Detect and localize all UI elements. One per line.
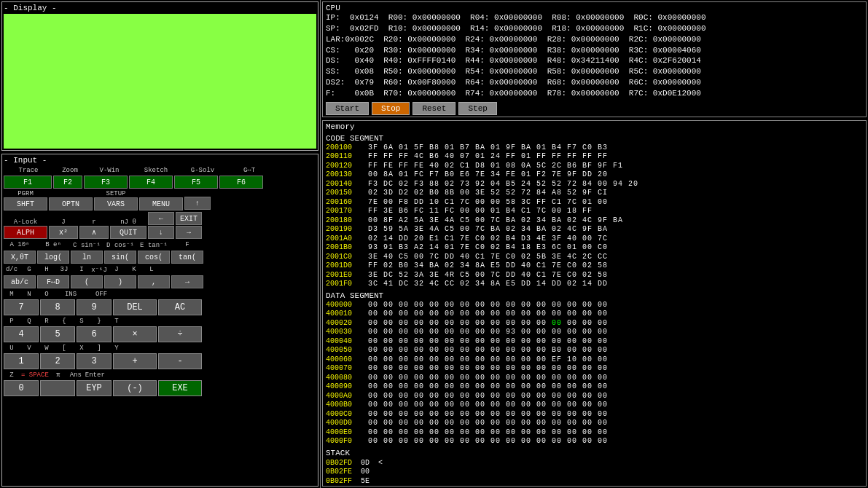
memory-section: Memory CODE SEGMENT 2001003F 6A 01 5F B8… — [322, 120, 867, 487]
f4-key[interactable]: F4 — [129, 176, 173, 189]
key-8[interactable]: 8 — [40, 299, 75, 315]
key-4[interactable]: 4 — [4, 326, 39, 342]
left-key[interactable]: ← — [148, 212, 174, 225]
step-button[interactable]: Step — [458, 102, 496, 115]
up-key[interactable]: ↑ — [184, 197, 211, 210]
add-top-labels: U V W [ X ] Y — [4, 345, 316, 352]
vwin-label: V-Win — [87, 167, 132, 174]
eyp-label-key[interactable] — [40, 380, 75, 396]
f2-key[interactable]: F2 — [53, 176, 82, 189]
rparen-key[interactable]: ) — [104, 275, 136, 288]
eyp-key[interactable]: EYP — [77, 380, 112, 396]
log-key[interactable]: log( — [37, 251, 69, 264]
ds2-line: DS2: 0x79 R60: 0x00F80000 R64: 0x0000000… — [326, 78, 701, 87]
quit-key[interactable]: QUIT — [110, 226, 146, 239]
r-label: r — [92, 219, 95, 226]
input-label: - Input - — [4, 156, 316, 165]
cpu-section: CPU IP: 0x0124 R00: 0x00000000 R04: 0x00… — [322, 1, 867, 117]
f1-key[interactable]: F1 — [4, 176, 52, 189]
f3-key[interactable]: F3 — [84, 176, 128, 189]
f-line: F: 0x0B R70: 0x00000000 R74: 0x00000000 … — [326, 89, 701, 98]
zoom-label: Zoom — [55, 167, 85, 174]
sp-line: SP: 0x02FD R10: 0x00000000 R14: 0x000000… — [326, 24, 706, 33]
cpu-title: CPU — [326, 4, 340, 12]
num0-row: 0 EYP (-) EXE — [4, 380, 316, 396]
trig-top-labels: A 10ⁿ B eⁿ C sin⁻¹ D cos⁻¹ E tan⁻¹ F — [4, 241, 316, 249]
mult-top-labels: P Q R { S } T — [4, 318, 316, 325]
arrow-key[interactable]: → — [171, 275, 203, 288]
zero-top-labels: Z = SPACE π Ans Enter — [4, 371, 316, 379]
key-1[interactable]: 1 — [4, 353, 39, 369]
gsolv-label: G-Solv — [180, 167, 225, 174]
exit-key[interactable]: EXIT — [176, 212, 202, 225]
div-key[interactable]: ÷ — [158, 326, 202, 342]
fn-row: F1 F2 F3 F4 F5 F6 — [4, 176, 316, 189]
key-0[interactable]: 0 — [4, 380, 39, 396]
num123-row: 1 2 3 + - — [4, 353, 316, 369]
shft-key[interactable]: SHFT — [4, 197, 47, 210]
wedge-key[interactable]: ∧ — [79, 226, 109, 239]
xthetat-key[interactable]: X,θT — [4, 251, 36, 264]
reset-button[interactable]: Reset — [413, 102, 455, 115]
shft-row: PGRM SHFT OPTN SETUP VARS MENU ↑ — [4, 190, 316, 210]
code-memory-lines: 2001003F 6A 01 5F B8 01 B7 BA 01 9F BA 0… — [326, 143, 863, 289]
del-top-labels: M N O INS OFF — [4, 291, 316, 298]
exe-key[interactable]: EXE — [158, 380, 202, 396]
stop-button[interactable]: Stop — [372, 102, 410, 115]
ip-line: IP: 0x0124 R00: 0x00000000 R04: 0x000000… — [326, 13, 706, 22]
display-label: - Display - — [4, 4, 316, 12]
key-layout: Trace Zoom V-Win Sketch G-Solv G↔T F1 F2… — [4, 167, 316, 396]
key-5[interactable]: 5 — [40, 326, 75, 342]
key-3[interactable]: 3 — [77, 353, 112, 369]
pgrm-label: PGRM — [17, 190, 34, 197]
key-6[interactable]: 6 — [77, 326, 112, 342]
display-section: - Display - — [1, 1, 318, 151]
ln-key[interactable]: ln — [71, 251, 103, 264]
alph-key[interactable]: ALPH — [4, 226, 47, 239]
del-key[interactable]: DEL — [113, 299, 157, 315]
stack-label: STACK — [326, 449, 863, 457]
f6-key[interactable]: F6 — [219, 176, 263, 189]
key-9[interactable]: 9 — [77, 299, 112, 315]
ftodfrom-key[interactable]: F↔D — [37, 275, 69, 288]
trig-row: X,θT log( ln sin( cos( tan( — [4, 251, 316, 264]
mul-key[interactable]: × — [113, 326, 157, 342]
menu-key[interactable]: MENU — [139, 197, 183, 210]
comma-key[interactable]: , — [138, 275, 170, 288]
start-button[interactable]: Start — [326, 102, 369, 115]
trace-label: Trace — [4, 167, 53, 174]
cos-key[interactable]: cos( — [138, 251, 170, 264]
abdc-key[interactable]: ab/c — [4, 275, 36, 288]
ds-line: DS: 0x40 R40: 0xFFFF0140 R44: 0x00000000… — [326, 56, 701, 65]
display-screen — [4, 14, 316, 149]
j-label: J — [61, 219, 65, 226]
sub-key[interactable]: - — [158, 353, 202, 369]
nj-label: nJ θ — [120, 219, 136, 226]
ac-key[interactable]: AC — [158, 299, 202, 315]
misc-row: ab/c F↔D ( ) , → — [4, 275, 316, 288]
data-segment-label: DATA SEGMENT — [326, 291, 863, 300]
lar-line: LAR:0x002C R20: 0x00000000 R24: 0x000000… — [326, 35, 701, 44]
key-7[interactable]: 7 — [4, 299, 39, 315]
sin-key[interactable]: sin( — [104, 251, 136, 264]
vars-key[interactable]: VARS — [94, 197, 138, 210]
setup-label: SETUP — [106, 190, 125, 197]
down-key[interactable]: ↓ — [148, 226, 174, 239]
ss-line: SS: 0x08 R50: 0x00000000 R54: 0x00000000… — [326, 67, 701, 76]
left-panel: - Display - - Input - Trace Zoom V-Win S… — [0, 0, 321, 488]
cpu-buttons: Start Stop Reset Step — [326, 102, 863, 115]
optn-key[interactable]: OPTN — [49, 197, 93, 210]
f5-key[interactable]: F5 — [174, 176, 218, 189]
right-key[interactable]: → — [176, 226, 202, 239]
add-key[interactable]: + — [113, 353, 157, 369]
num456-row: 4 5 6 × ÷ — [4, 326, 316, 342]
stack-lines: 0B02FD0D< 0B02FE00 0B02FF5E 0B030000 0B0… — [326, 459, 863, 484]
right-panel: CPU IP: 0x0124 R00: 0x00000000 R04: 0x00… — [321, 0, 868, 488]
tan-key[interactable]: tan( — [171, 251, 203, 264]
key-2[interactable]: 2 — [40, 353, 75, 369]
lparen-key[interactable]: ( — [71, 275, 103, 288]
x2-key[interactable]: x² — [49, 226, 78, 239]
cpu-registers: IP: 0x0124 R00: 0x00000000 R04: 0x000000… — [326, 12, 863, 99]
neg-key[interactable]: (-) — [113, 380, 157, 396]
data-memory-lines: 40000000 00 00 00 00 00 00 00 00 00 00 0… — [326, 301, 863, 446]
